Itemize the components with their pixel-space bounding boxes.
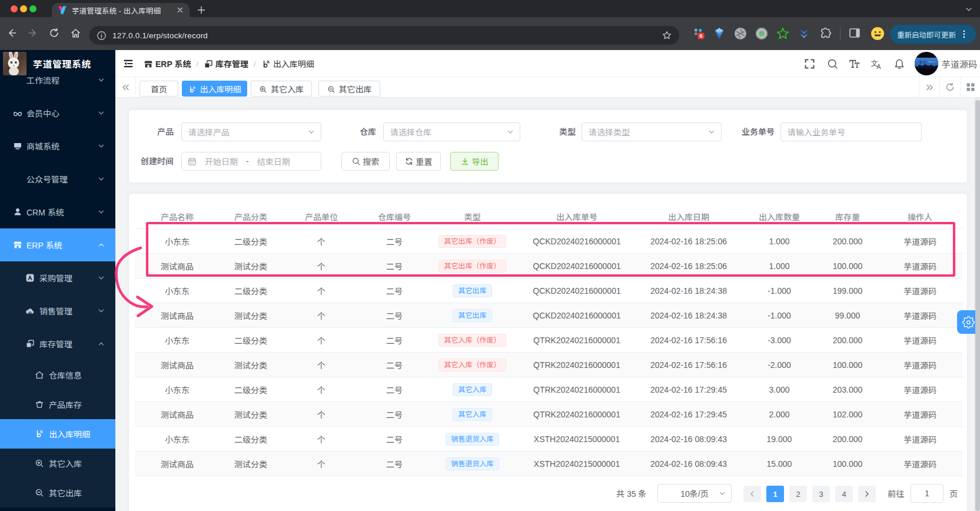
sidebar-item-mall-system[interactable]: 商城系统	[0, 130, 115, 162]
table-row[interactable]: 小东东二级分类个二号其它出库（作废）QCKD202402160000012024…	[135, 229, 963, 254]
scrollbar[interactable]	[974, 98, 980, 511]
home-icon[interactable]	[70, 28, 81, 39]
tags-scroll-right-icon[interactable]	[919, 77, 939, 97]
cell-operator: 芋道源码	[877, 359, 963, 371]
puzzle-icon[interactable]	[819, 26, 833, 41]
reload-icon[interactable]	[49, 28, 59, 38]
cell-order_no: XSTH20240215000001	[517, 434, 637, 444]
table-row[interactable]: 测试商品测试分类个二号其它入库（作废）QTRK20240216000001202…	[135, 353, 963, 377]
sidebar-item-member-center[interactable]: 会员中心	[0, 97, 115, 130]
side-panel-icon[interactable]	[848, 26, 862, 41]
search-button[interactable]: 搜索	[341, 152, 390, 171]
table-row[interactable]: 小东东二级分类个二号销售退货入库XSTH202402150000012024-0…	[135, 427, 963, 452]
tab-stock-in[interactable]: 其它入库	[251, 81, 312, 97]
cell-type: 其它出库（作废）	[428, 260, 517, 273]
macos-zoom-button[interactable]	[29, 5, 36, 12]
address-bar[interactable]: 127.0.0.1/erp/stock/record	[89, 26, 679, 45]
fullscreen-icon[interactable]	[804, 58, 815, 69]
cell-stock: 203.000	[818, 385, 877, 394]
page-size-select[interactable]: 10条/页	[657, 484, 732, 503]
pagination-goto-input[interactable]: 1	[911, 484, 944, 503]
grid-badge-icon[interactable]: 6	[693, 26, 707, 41]
table-row[interactable]: 测试商品测试分类个二号其它入库QTRK202402160000012024-02…	[135, 402, 963, 427]
macos-close-button[interactable]	[11, 5, 18, 12]
bookmark-star-icon[interactable]	[662, 30, 672, 41]
sidebar-item-purchase[interactable]: 采购管理	[0, 261, 115, 294]
warehouse-select[interactable]: 请选择仓库	[383, 122, 520, 141]
tab-stock-out[interactable]: 其它出库	[318, 81, 380, 97]
pagination-next-button[interactable]	[858, 486, 876, 502]
aperture-icon[interactable]	[733, 26, 748, 41]
column-header: 产品名称	[135, 211, 220, 223]
type-tag: 其它入库（作废）	[438, 334, 506, 347]
pagination-page-3[interactable]: 3	[812, 486, 830, 502]
sidebar-item-warehouse-info[interactable]: 仓库信息	[0, 360, 115, 390]
scrollbar-thumb[interactable]	[975, 100, 980, 511]
user-name[interactable]: 芋道源码	[942, 50, 977, 77]
type-tag: 其它出库	[453, 309, 491, 322]
user-avatar[interactable]: 文心	[915, 52, 938, 75]
type-select[interactable]: 请选择类型	[582, 122, 722, 141]
tab-search-icon[interactable]	[964, 4, 974, 15]
pagination-page-2[interactable]: 2	[789, 486, 807, 502]
search-icon[interactable]	[827, 58, 838, 69]
sidebar-item-inventory[interactable]: 库存管理	[0, 327, 115, 360]
sidebar-item-stock-out[interactable]: 其它出库	[0, 478, 115, 507]
sidebar-item-erp-system[interactable]: ERP 系统	[0, 228, 115, 261]
double-chevron-down-icon[interactable]	[797, 26, 811, 41]
cell-qty: -3.000	[740, 336, 818, 345]
tab-home[interactable]: 首页	[139, 81, 178, 97]
breadcrumb-item[interactable]: 库存管理	[204, 58, 248, 69]
table-row[interactable]: 小东东二级分类个二号其它出库QCKD202402160000012024-02-…	[135, 278, 963, 303]
cell-category: 二级分类	[220, 384, 282, 396]
browser-menu-icon[interactable]	[959, 29, 969, 39]
record-dot-icon[interactable]	[755, 26, 769, 41]
cell-type: 其它入库	[428, 383, 517, 396]
tags-scroll-left-icon[interactable]	[115, 77, 136, 97]
breadcrumb-item[interactable]: ERP 系统	[144, 58, 191, 69]
site-info-icon[interactable]	[97, 31, 107, 41]
pagination-page-1[interactable]: 1	[766, 486, 784, 502]
table-row[interactable]: 小东东二级分类个二号其它入库（作废）QTRK202402160000012024…	[135, 328, 963, 353]
chevron-up-icon	[98, 340, 105, 347]
export-button[interactable]: 导出	[450, 152, 499, 171]
tags-refresh-icon[interactable]	[939, 77, 960, 97]
breadcrumb: ERP 系统/库存管理/出入库明细	[144, 50, 314, 77]
bizno-input[interactable]: 请输入业务单号	[780, 122, 922, 141]
vue-beacon-icon[interactable]	[712, 26, 726, 41]
sidebar-item-stock-record[interactable]: 出入库明细	[0, 419, 115, 449]
app-logo[interactable]: 芋道管理系统	[0, 50, 115, 77]
macos-minimize-button[interactable]	[20, 5, 27, 12]
sidebar-item-product-stock[interactable]: 产品库存	[0, 390, 115, 419]
table-row[interactable]: 小东东二级分类个二号其它入库QTRK202402160000012024-02-…	[135, 377, 963, 402]
tags-menu-grid-icon[interactable]	[960, 77, 980, 97]
pagination-prev-button[interactable]	[743, 486, 761, 502]
translate-icon[interactable]: 文 A	[871, 58, 882, 69]
back-icon[interactable]	[6, 28, 17, 38]
browser-update-button[interactable]: 重新启动即可更新	[890, 25, 976, 44]
column-header: 出入库单号	[517, 211, 637, 223]
collapse-menu-icon[interactable]	[123, 58, 134, 69]
font-size-icon[interactable]	[849, 58, 860, 69]
profile-avatar-emoji[interactable]	[871, 26, 885, 41]
tab-close-icon[interactable]	[175, 5, 185, 15]
notification-bell-icon[interactable]	[893, 58, 905, 69]
reset-button[interactable]: 重置	[396, 152, 441, 171]
sidebar-item-mp-manage[interactable]: 公众号管理	[0, 162, 115, 195]
sidebar-item-sale[interactable]: 销售管理	[0, 294, 115, 327]
new-tab-icon[interactable]	[195, 4, 207, 16]
cell-name: 测试商品	[135, 458, 220, 470]
pagination-page-4[interactable]: 4	[835, 486, 853, 502]
forward-icon[interactable]	[28, 28, 38, 38]
cell-qty: -1.000	[740, 311, 818, 320]
sidebar-item-stock-in[interactable]: 其它入库	[0, 449, 115, 478]
tab-stock-record[interactable]: 出入库明细	[182, 81, 247, 97]
product-select[interactable]: 请选择产品	[181, 122, 321, 141]
green-star-icon[interactable]	[776, 26, 790, 41]
table-row[interactable]: 测试商品测试分类个二号销售退货入库XSTH202402150000012024-…	[135, 452, 963, 476]
table-row[interactable]: 测试商品测试分类个二号其它出库（作废）QCKD20240216000001202…	[135, 254, 963, 278]
browser-tab[interactable]: 芋道管理系统 - 出入库明细	[52, 3, 190, 17]
sidebar-item-crm-system[interactable]: CRM 系统	[0, 195, 115, 228]
table-row[interactable]: 测试商品测试分类个二号其它出库QCKD202402160000012024-02…	[135, 303, 963, 328]
date-range-input[interactable]: 开始日期 - 结束日期	[181, 152, 321, 171]
